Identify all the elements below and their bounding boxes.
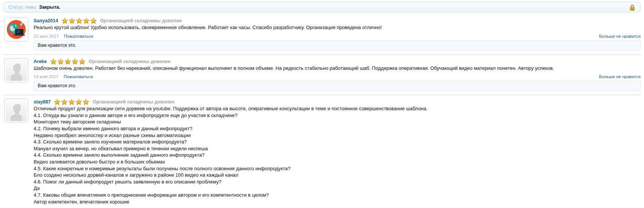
user-avatar[interactable] <box>4 58 28 82</box>
report-link[interactable]: Пожаловаться <box>64 74 93 79</box>
username-link[interactable]: Sanya2014 <box>34 18 58 23</box>
rating-title: Организацией складчины доволен <box>93 99 175 105</box>
post-date: 22 июл 2017 <box>34 34 59 39</box>
status-value: Закрыта. <box>39 5 60 10</box>
review-post: slay887 Организацией складчины доволен О… <box>3 95 641 208</box>
report-link[interactable]: Пожаловаться <box>64 34 93 39</box>
user-avatar[interactable] <box>4 99 28 123</box>
lock-icon <box>629 4 636 12</box>
rating-stars <box>50 59 86 65</box>
review-post: Areke Организацией складчины доволен Шаб… <box>3 54 641 95</box>
rating-title: Организацией складчины доволен <box>89 59 171 64</box>
unlike-link[interactable]: Больше не нравится <box>599 74 641 79</box>
unlike-link[interactable]: Больше не нравится <box>599 34 641 39</box>
username-link[interactable]: Areke <box>34 59 47 64</box>
status-label: Статус темы: <box>8 5 37 10</box>
user-avatar[interactable] <box>4 17 28 42</box>
username-link[interactable]: slay887 <box>34 99 51 105</box>
likes-summary: Вам нравится это. <box>34 40 641 51</box>
thread-review-page: Статус темы: Закрыта. Sanya2014 Организа… <box>0 0 644 208</box>
post-date: 19 май 2017 <box>34 74 59 79</box>
rating-stars <box>54 99 90 105</box>
review-body: Реально крутой шаблон! Удобно использова… <box>34 24 641 31</box>
rating-title: Организацией складчины доволен <box>100 18 182 23</box>
likes-summary: Вам нравится это. <box>34 81 641 91</box>
review-body: Отличный продукт для реализации сети дор… <box>34 105 641 205</box>
rating-stars <box>62 18 97 24</box>
thread-status-bar: Статус темы: Закрыта. <box>3 2 641 12</box>
review-post: Sanya2014 Организацией складчины доволен… <box>3 14 641 54</box>
review-body: Шаблоном очень доволен. Работает без нар… <box>34 65 641 72</box>
